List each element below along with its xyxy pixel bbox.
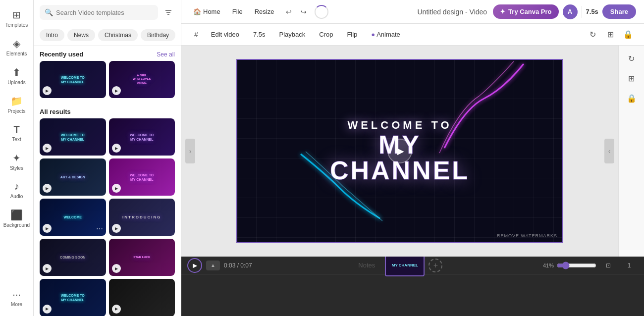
sidebar-item-audio[interactable]: ♪ Audio xyxy=(2,177,32,203)
add-page-button[interactable]: + xyxy=(429,259,442,272)
template-card-a1[interactable]: WELCOME TOMY CHANNEL ▶ xyxy=(40,118,106,156)
template-card-a5[interactable]: WELCOME ▶ ⋯ xyxy=(40,199,106,236)
search-input[interactable] xyxy=(56,9,153,16)
styles-icon: ✦ xyxy=(12,152,21,164)
play-button-a5[interactable]: ▶ xyxy=(43,224,52,233)
more-button-a5[interactable]: ⋯ xyxy=(96,225,103,233)
template-card-a4[interactable]: WELCOME TOMY CHANNEL ▶ xyxy=(109,158,175,196)
timeline-expand-button[interactable]: ▲ xyxy=(206,261,220,270)
hide-left-panel-button[interactable]: › xyxy=(185,139,195,163)
template-card-recent-1[interactable]: WELCOME TOMY CHANNEL ▶ xyxy=(40,61,106,98)
zoom-slider[interactable] xyxy=(557,262,596,269)
chip-christmas[interactable]: Christmas xyxy=(98,29,138,41)
play-button-a6[interactable]: ▶ xyxy=(112,224,121,233)
timeline-controls: ▶ ▲ 0:03 / 0:07 xyxy=(187,258,252,273)
play-button-r2[interactable]: ▶ xyxy=(112,86,121,95)
filter-button[interactable] xyxy=(162,6,175,19)
sidebar-item-more[interactable]: ··· More xyxy=(2,285,32,311)
play-button-a9[interactable]: ▶ xyxy=(43,305,52,314)
resize-button[interactable]: Resize xyxy=(251,6,278,17)
template-text-a8: STAR LUCK xyxy=(112,256,171,260)
chip-news[interactable]: News xyxy=(67,29,95,41)
chip-intro[interactable]: Intro xyxy=(40,29,64,41)
playback-button[interactable]: Playback xyxy=(273,28,311,41)
sidebar-item-templates[interactable]: ⊞ Templates xyxy=(2,5,32,32)
right-lock-button[interactable]: 🔒 xyxy=(623,89,641,107)
speed-button[interactable]: 7.5s xyxy=(247,28,271,41)
sidebar-label-text: Text xyxy=(12,137,21,142)
template-text-a5: WELCOME xyxy=(43,215,103,219)
redo-button[interactable]: ↪ xyxy=(297,5,311,19)
timeline-play-button[interactable]: ▶ xyxy=(187,258,202,273)
all-results-title: All results xyxy=(40,108,71,115)
right-grid-button[interactable]: ⊞ xyxy=(623,69,641,87)
sidebar-label-elements: Elements xyxy=(6,51,27,56)
sidebar-item-styles[interactable]: ✦ Styles xyxy=(2,148,32,175)
canvas-right-row: › 🗑 ··· xyxy=(181,46,644,257)
sidebar-label-uploads: Uploads xyxy=(7,80,26,85)
try-canva-pro-label: Try Canva Pro xyxy=(508,8,551,15)
play-button-a3[interactable]: ▶ xyxy=(43,184,52,193)
template-card-a2[interactable]: WELCOME TOMY CHANNEL ▶ xyxy=(109,118,175,156)
sidebar-label-background: Background xyxy=(3,222,30,228)
file-button[interactable]: File xyxy=(228,6,247,17)
undo-button[interactable]: ↩ xyxy=(282,5,296,19)
hide-right-panel-button[interactable]: ‹ xyxy=(604,139,614,163)
template-card-a9[interactable]: WELCOME TOMY CHANNEL ▶ xyxy=(40,279,106,316)
animate-button[interactable]: ● Animate xyxy=(365,28,406,41)
canva-pro-icon: ✦ xyxy=(500,8,505,15)
timeline-center: Notes MY CHANNEL 7.5s + xyxy=(352,254,442,276)
notes-button[interactable]: Notes xyxy=(352,259,381,271)
template-card-a10[interactable]: ▶ xyxy=(109,279,175,316)
sidebar-item-background[interactable]: ⬛ Background xyxy=(2,205,32,232)
hashtag-button[interactable]: # xyxy=(189,28,203,41)
canvas-watermark[interactable]: REMOVE WATERMARKS xyxy=(497,233,557,238)
sidebar-item-elements[interactable]: ◈ Elements xyxy=(2,34,32,60)
crop-button[interactable]: Crop xyxy=(313,28,339,41)
filter-chips: Intro News Christmas Birthday xyxy=(34,25,181,46)
flip-button[interactable]: Flip xyxy=(341,28,363,41)
divider xyxy=(582,6,582,18)
share-button[interactable]: Share xyxy=(602,4,636,19)
template-text-a2: WELCOME TOMY CHANNEL xyxy=(112,133,171,142)
template-card-a7[interactable]: COMING SOON ▶ xyxy=(40,239,106,276)
filter-icon xyxy=(164,8,172,16)
template-card-a8[interactable]: STAR LUCK ▶ xyxy=(109,239,175,276)
sidebar-item-projects[interactable]: 📁 Projects xyxy=(2,91,32,118)
sidebar-item-text[interactable]: T Text xyxy=(2,120,32,146)
template-card-a6[interactable]: INTRODUCING ▶ xyxy=(109,199,175,236)
more-icon: ··· xyxy=(12,289,21,300)
play-button-a1[interactable]: ▶ xyxy=(43,144,52,153)
chip-birthday[interactable]: Birthday xyxy=(141,29,175,41)
secondary-lock-button[interactable]: 🔒 xyxy=(620,27,636,43)
edit-video-button[interactable]: Edit video xyxy=(205,28,245,41)
loading-indicator xyxy=(315,5,328,19)
sidebar-item-uploads[interactable]: ⬆ Uploads xyxy=(2,62,32,89)
try-canva-pro-button[interactable]: ✦ Try Canva Pro xyxy=(493,4,558,19)
projects-icon: 📁 xyxy=(10,95,23,107)
template-card-recent-2[interactable]: A GIRLWHO LOVESANIME ▶ xyxy=(109,61,175,98)
secondary-grid-button[interactable]: ⊞ xyxy=(602,27,618,43)
background-icon: ⬛ xyxy=(10,209,23,221)
template-text-a4: WELCOME TOMY CHANNEL xyxy=(112,173,171,182)
avatar: A xyxy=(563,4,578,19)
page-count-button[interactable]: 1 xyxy=(620,257,638,274)
play-button-a8[interactable]: ▶ xyxy=(112,264,121,273)
secondary-bar: # Edit video 7.5s Playback Crop Flip ● A… xyxy=(181,24,644,46)
top-bar-left: 🏠 Home File Resize ↩ ↪ xyxy=(189,5,412,19)
canvas-play-button[interactable]: ▶ xyxy=(387,139,412,163)
timeline-page-thumbnail[interactable]: MY CHANNEL 7.5s xyxy=(385,254,425,276)
see-all-link[interactable]: See all xyxy=(157,51,175,58)
template-card-a3[interactable]: ART & DESIGN ▶ xyxy=(40,158,106,196)
play-button-a4[interactable]: ▶ xyxy=(112,184,121,193)
play-button-a7[interactable]: ▶ xyxy=(43,264,52,273)
right-refresh-button[interactable]: ↻ xyxy=(623,50,641,67)
secondary-refresh-button[interactable]: ↻ xyxy=(585,27,600,43)
play-button-a2[interactable]: ▶ xyxy=(112,144,121,153)
fit-screen-button[interactable]: ⊡ xyxy=(599,257,617,274)
play-button-a10[interactable]: ▶ xyxy=(112,305,121,314)
template-text-a1: WELCOME TOMY CHANNEL xyxy=(43,133,103,142)
home-button[interactable]: 🏠 Home xyxy=(189,6,224,17)
canvas-frame[interactable]: WELCOME TO MY CHANNEL ▶ REMOVE WATERMARK… xyxy=(236,59,563,243)
play-button-r1[interactable]: ▶ xyxy=(43,86,52,95)
